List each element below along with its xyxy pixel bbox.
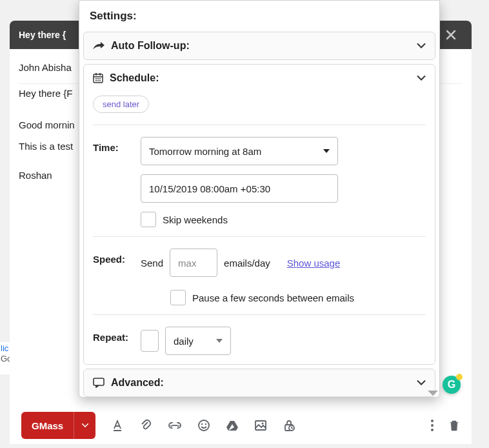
time-preset-value: Tomorrow morning at 8am bbox=[149, 146, 261, 157]
speed-unit-label: emails/day bbox=[224, 258, 270, 269]
grammarly-icon[interactable]: G bbox=[443, 376, 461, 394]
svg-point-14 bbox=[431, 424, 434, 427]
svg-point-15 bbox=[431, 429, 434, 431]
schedule-header[interactable]: Schedule: bbox=[84, 65, 435, 92]
dropdown-triangle-icon bbox=[216, 339, 223, 343]
schedule-panel: Schedule: send later Time: Tomorrow morn… bbox=[83, 64, 435, 365]
dropdown-triangle-icon bbox=[323, 149, 330, 153]
time-datetime-input[interactable]: 10/15/2019 08:00am +05:30 bbox=[141, 174, 338, 203]
speed-max-input[interactable]: max bbox=[170, 249, 217, 277]
show-usage-link[interactable]: Show usage bbox=[287, 258, 341, 269]
auto-followup-label: Auto Follow-up: bbox=[111, 40, 190, 52]
repeat-count-input[interactable] bbox=[141, 330, 159, 352]
svg-point-22 bbox=[99, 78, 101, 79]
time-label: Time: bbox=[93, 137, 129, 153]
svg-rect-0 bbox=[114, 430, 121, 431]
repeat-frequency-select[interactable]: daily bbox=[165, 327, 231, 355]
compose-toolbar: GMass bbox=[10, 407, 472, 444]
gmass-dropdown-toggle[interactable] bbox=[74, 412, 95, 439]
speed-row: Speed: Send max emails/day Show usage Pa… bbox=[93, 249, 426, 305]
svg-point-21 bbox=[97, 78, 99, 79]
speed-label: Speed: bbox=[93, 249, 129, 265]
repeat-label: Repeat: bbox=[93, 327, 129, 343]
attach-icon[interactable] bbox=[139, 419, 152, 432]
gmass-send-button[interactable]: GMass bbox=[21, 412, 95, 439]
svg-point-7 bbox=[205, 423, 206, 425]
more-options-icon[interactable] bbox=[430, 419, 434, 432]
scroll-down-indicator[interactable] bbox=[428, 391, 438, 396]
reply-arrow-icon bbox=[93, 41, 105, 50]
advanced-panel: Advanced: bbox=[83, 369, 435, 397]
svg-point-6 bbox=[201, 423, 203, 425]
schedule-label: Schedule: bbox=[110, 72, 159, 84]
chat-icon bbox=[93, 378, 105, 388]
skip-weekends-checkbox[interactable] bbox=[141, 212, 156, 227]
svg-point-13 bbox=[431, 420, 434, 422]
delete-icon[interactable] bbox=[448, 419, 460, 432]
compose-subject: Hey there { bbox=[19, 30, 66, 40]
toolbar-right bbox=[430, 419, 460, 432]
time-row: Time: Tomorrow morning at 8am 10/15/2019… bbox=[93, 137, 426, 227]
text-format-icon[interactable] bbox=[111, 419, 124, 432]
auto-followup-header[interactable]: Auto Follow-up: bbox=[84, 32, 435, 59]
chevron-down-icon bbox=[417, 76, 426, 81]
svg-point-24 bbox=[97, 80, 99, 81]
link-icon[interactable] bbox=[168, 419, 182, 432]
calendar-icon bbox=[93, 73, 103, 83]
repeat-frequency-value: daily bbox=[174, 336, 194, 347]
auto-followup-panel: Auto Follow-up: bbox=[83, 32, 435, 60]
gmass-settings-popup: Settings: Auto Follow-up: Schedule: send… bbox=[79, 0, 440, 398]
repeat-row: Repeat: daily bbox=[93, 327, 426, 355]
svg-rect-26 bbox=[94, 378, 104, 385]
confidential-icon[interactable] bbox=[283, 419, 295, 432]
pause-label: Pause a few seconds between emails bbox=[192, 292, 354, 303]
drive-icon[interactable] bbox=[226, 419, 239, 432]
svg-point-25 bbox=[99, 80, 101, 81]
svg-point-23 bbox=[95, 80, 97, 81]
speed-max-placeholder: max bbox=[178, 258, 196, 269]
time-preset-select[interactable]: Tomorrow morning at 8am bbox=[141, 137, 338, 165]
svg-point-20 bbox=[95, 78, 97, 79]
skip-weekends-label: Skip weekends bbox=[163, 214, 228, 225]
advanced-label: Advanced: bbox=[111, 377, 164, 389]
schedule-body: send later Time: Tomorrow morning at 8am… bbox=[84, 92, 435, 364]
advanced-header[interactable]: Advanced: bbox=[84, 369, 435, 396]
divider bbox=[93, 314, 426, 315]
svg-rect-8 bbox=[255, 421, 266, 430]
settings-title: Settings: bbox=[79, 1, 439, 32]
send-later-chip[interactable]: send later bbox=[93, 96, 149, 113]
chevron-down-icon bbox=[417, 43, 426, 49]
pause-checkbox[interactable] bbox=[170, 290, 186, 305]
chevron-down-icon bbox=[417, 380, 426, 386]
formatting-tools bbox=[111, 419, 295, 432]
divider bbox=[93, 125, 426, 125]
image-icon[interactable] bbox=[254, 419, 267, 432]
time-datetime-value: 10/15/2019 08:00am +05:30 bbox=[149, 183, 270, 194]
grammarly-glyph: G bbox=[448, 379, 455, 391]
divider bbox=[93, 236, 426, 237]
svg-point-5 bbox=[199, 420, 209, 431]
emoji-icon[interactable] bbox=[197, 419, 210, 432]
svg-point-9 bbox=[262, 423, 264, 425]
close-button[interactable] bbox=[439, 23, 463, 46]
gmass-send-label: GMass bbox=[21, 420, 74, 431]
speed-send-label: Send bbox=[141, 258, 163, 269]
